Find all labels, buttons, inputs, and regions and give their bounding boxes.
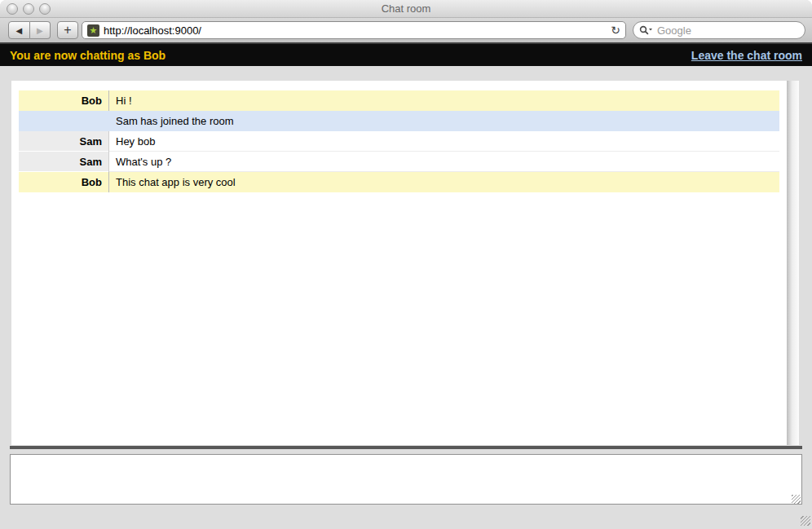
zoom-button[interactable] (39, 3, 51, 15)
chat-message-cell: Sam has joined the room (108, 111, 779, 131)
chat-status-bar: You are now chatting as Bob Leave the ch… (0, 44, 812, 66)
chat-user-cell: Sam (19, 131, 108, 152)
minimize-button[interactable] (23, 3, 34, 15)
chat-user-cell: Bob (19, 90, 108, 111)
page-content: Bob Hi ! Sam has joined the room Sam Hey… (0, 66, 812, 527)
chat-message-cell: Hi ! (108, 90, 779, 111)
chat-log: Bob Hi ! Sam has joined the room Sam Hey… (11, 81, 799, 445)
chat-message-cell: Hey bob (108, 131, 779, 152)
add-bookmark-button[interactable]: + (57, 21, 78, 39)
nav-buttons: ◀ ▶ (8, 21, 51, 39)
search-icon[interactable] (639, 25, 653, 35)
close-button[interactable] (7, 3, 18, 15)
divider (10, 446, 802, 449)
chat-user-cell: Sam (19, 152, 108, 172)
message-input[interactable] (10, 454, 802, 505)
chat-message-cell: This chat app is very cool (108, 172, 779, 192)
back-icon: ◀ (15, 26, 22, 35)
favicon-star-icon: ★ (87, 24, 99, 37)
plus-icon: + (64, 23, 71, 37)
textarea-resize-handle[interactable] (792, 495, 801, 504)
search-input[interactable] (657, 24, 801, 37)
browser-window: Chat room ◀ ▶ + ★ ↻ (0, 0, 812, 529)
window-resize-handle[interactable] (801, 516, 810, 526)
back-button[interactable]: ◀ (8, 21, 30, 39)
chat-message-cell: What's up ? (108, 152, 779, 172)
window-title: Chat room (0, 0, 812, 17)
message-table: Bob Hi ! Sam has joined the room Sam Hey… (19, 90, 779, 192)
search-field (633, 21, 805, 39)
chat-user-cell: Bob (19, 172, 108, 192)
address-bar: ★ ↻ (82, 21, 626, 39)
forward-icon: ▶ (37, 26, 43, 35)
url-input[interactable] (104, 24, 611, 37)
forward-button[interactable]: ▶ (30, 21, 51, 39)
chat-status-label: You are now chatting as Bob (10, 49, 165, 62)
chat-user-cell (19, 111, 108, 131)
scrollbar-track[interactable] (787, 81, 799, 445)
table-row: Bob This chat app is very cool (19, 172, 779, 192)
leave-chat-link[interactable]: Leave the chat room (691, 49, 802, 62)
table-row: Sam What's up ? (19, 152, 779, 172)
title-bar: Chat room (0, 0, 812, 18)
reload-icon[interactable]: ↻ (611, 22, 620, 38)
table-row: Sam has joined the room (19, 111, 779, 131)
browser-toolbar: ◀ ▶ + ★ ↻ (0, 18, 812, 44)
table-row: Sam Hey bob (19, 131, 779, 152)
table-row: Bob Hi ! (19, 90, 779, 111)
